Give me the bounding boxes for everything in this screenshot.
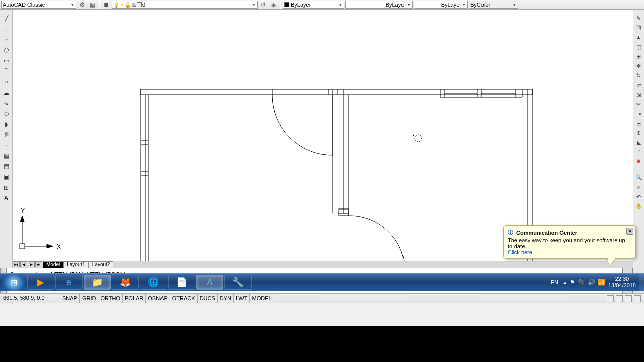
workspace-dropdown[interactable]: AutoCAD Classic ▾ — [1, 1, 76, 9]
task-app[interactable]: 🔧 — [224, 275, 252, 290]
task-explorer[interactable]: 📁 — [84, 275, 111, 290]
svg-line-31 — [413, 135, 414, 136]
snap-toggle[interactable]: SNAP — [60, 294, 80, 303]
arc-tool[interactable]: ⌒ — [1, 66, 11, 76]
close-icon[interactable]: ✕ — [626, 228, 633, 235]
caret-icon: ▾ — [406, 2, 411, 7]
language-indicator[interactable]: EN — [549, 278, 560, 286]
point-tool[interactable]: · — [1, 140, 11, 150]
otrack-toggle[interactable]: OTRACK — [170, 294, 198, 303]
linetype-sample — [349, 5, 384, 5]
circle-tool[interactable]: ○ — [1, 77, 11, 87]
hatch-tool[interactable]: ▦ — [1, 151, 11, 161]
grid-toggle[interactable]: GRID — [80, 294, 99, 303]
tab-layout2[interactable]: Layout2 — [89, 261, 114, 268]
move-tool[interactable]: ✥ — [634, 61, 643, 70]
show-desktop-button[interactable] — [639, 274, 644, 291]
status-bar: 661.5, 580.9, 0.0 SNAP GRID ORTHO POLAR … — [0, 293, 644, 303]
break-tool[interactable]: ⊟ — [634, 119, 643, 128]
color-dropdown[interactable]: ByLayer ▾ — [283, 1, 344, 9]
task-firefox[interactable]: 🦊 — [112, 275, 139, 290]
copy-tool[interactable]: ⿻ — [634, 23, 643, 32]
gradient-tool[interactable]: ▤ — [1, 161, 11, 171]
ortho-toggle[interactable]: ORTHO — [98, 294, 123, 303]
region-tool[interactable]: ▣ — [1, 172, 11, 182]
join-tool[interactable]: ⊕ — [634, 128, 643, 137]
trim-tool[interactable]: ✂ — [634, 100, 643, 109]
mirror-tool[interactable]: ▲ — [634, 33, 643, 42]
tab-first-button[interactable]: ⏮ — [13, 261, 20, 267]
status-tray — [604, 294, 644, 303]
lock-icon[interactable] — [616, 295, 623, 302]
spline-tool[interactable]: ∿ — [1, 98, 11, 108]
chamfer-tool[interactable]: ◣ — [634, 138, 643, 147]
tray-settings-icon[interactable] — [625, 295, 632, 302]
tab-prev-button[interactable]: ◀ — [20, 261, 27, 267]
ellipse-arc-tool[interactable]: ◗ — [1, 119, 11, 129]
tab-last-button[interactable]: ⏭ — [35, 261, 42, 267]
layer-manager-icon[interactable]: ≣ — [102, 0, 111, 9]
date: 13/04/2018 — [608, 282, 636, 289]
tab-layout1[interactable]: Layout1 — [63, 261, 89, 268]
layer-states-icon[interactable]: ◈ — [269, 0, 278, 9]
array-tool[interactable]: ⊞ — [634, 52, 643, 61]
revision-cloud-tool[interactable]: ☁ — [1, 87, 11, 98]
polar-toggle[interactable]: POLAR — [123, 294, 146, 303]
clock[interactable]: 22:30 13/04/2018 — [608, 276, 636, 289]
table-tool[interactable]: ⊞ — [1, 183, 11, 193]
polyline-tool[interactable]: ⌐ — [1, 35, 11, 45]
plotstyle-dropdown[interactable]: ByColor ▾ — [469, 1, 518, 9]
plotstyle-label: ByColor — [470, 2, 512, 8]
task-ie[interactable]: e — [55, 275, 83, 290]
start-button[interactable]: ⊞ — [2, 274, 25, 291]
comm-center-icon[interactable] — [607, 295, 614, 302]
text-tool[interactable]: A — [1, 193, 11, 203]
clean-screen-icon[interactable] — [634, 295, 641, 302]
svg-marker-35 — [20, 216, 24, 222]
pan-tool[interactable]: ✋ — [634, 202, 643, 211]
explode-tool[interactable]: ✸ — [634, 157, 643, 166]
scale-tool[interactable]: ▱ — [634, 80, 643, 89]
offset-tool[interactable]: ◫ — [634, 42, 643, 51]
model-toggle[interactable]: MODEL — [250, 294, 274, 303]
windows-taskbar: ⊞ ▶ e 📁 🦊 🌐 📄 A 🔧 EN ▴ ⚑ 🔌 🔊 📶 22:30 13/… — [0, 273, 644, 291]
tab-next-button[interactable]: ▶ — [28, 261, 35, 267]
layer-previous-icon[interactable]: ↺ — [259, 0, 268, 9]
erase-tool[interactable]: ✎ — [634, 14, 643, 23]
coordinates-display[interactable]: 661.5, 580.9, 0.0 — [0, 294, 60, 303]
flag-icon[interactable]: ⚑ — [570, 279, 575, 286]
rotate-tool[interactable]: ↻ — [634, 71, 643, 80]
ellipse-tool[interactable]: ⬭ — [1, 109, 11, 119]
volume-icon[interactable]: 🔊 — [588, 279, 595, 286]
lineweight-dropdown[interactable]: ByLayer ▾ — [414, 1, 468, 9]
stretch-tool[interactable]: ⇲ — [634, 90, 643, 99]
fillet-tool[interactable]: ◜ — [634, 147, 643, 156]
notif-link[interactable]: Click here. — [508, 249, 534, 255]
zoom-previous-tool[interactable]: ↶ — [634, 192, 643, 201]
linetype-dropdown[interactable]: ByLayer ▾ — [345, 1, 413, 9]
extend-tool[interactable]: ⇥ — [634, 109, 643, 118]
task-chrome[interactable]: 🌐 — [140, 275, 167, 290]
osnap-toggle[interactable]: OSNAP — [146, 294, 170, 303]
ducs-toggle[interactable]: DUCS — [198, 294, 218, 303]
tab-model[interactable]: Model — [43, 261, 63, 268]
power-icon[interactable]: 🔌 — [578, 279, 585, 286]
task-media-player[interactable]: ▶ — [27, 275, 54, 290]
workspace-settings-icon[interactable]: ⚙ — [77, 0, 87, 9]
tray-chevron-icon[interactable]: ▴ — [564, 279, 567, 286]
rectangle-tool[interactable]: ▭ — [1, 56, 11, 66]
task-notepad[interactable]: 📄 — [168, 275, 195, 290]
lwt-toggle[interactable]: LWT — [234, 294, 250, 303]
workspace-save-icon[interactable]: ▦ — [88, 0, 97, 9]
insert-block-tool[interactable]: ⎘ — [1, 130, 11, 140]
construction-line-tool[interactable]: ⟋ — [1, 24, 11, 34]
zoom-realtime-tool[interactable]: 🔍 — [634, 173, 643, 182]
line-tool[interactable]: ╱ — [1, 14, 11, 24]
polygon-tool[interactable]: ⬠ — [1, 45, 11, 55]
drawing-canvas[interactable]: X Y — [13, 10, 633, 262]
zoom-window-tool[interactable]: ⌂ — [634, 183, 643, 192]
layer-dropdown[interactable]: 💡☀🔓🖶 0 ▾ — [112, 1, 258, 9]
network-icon[interactable]: 📶 — [598, 279, 605, 286]
task-autocad[interactable]: A — [196, 275, 223, 290]
dyn-toggle[interactable]: DYN — [218, 294, 234, 303]
